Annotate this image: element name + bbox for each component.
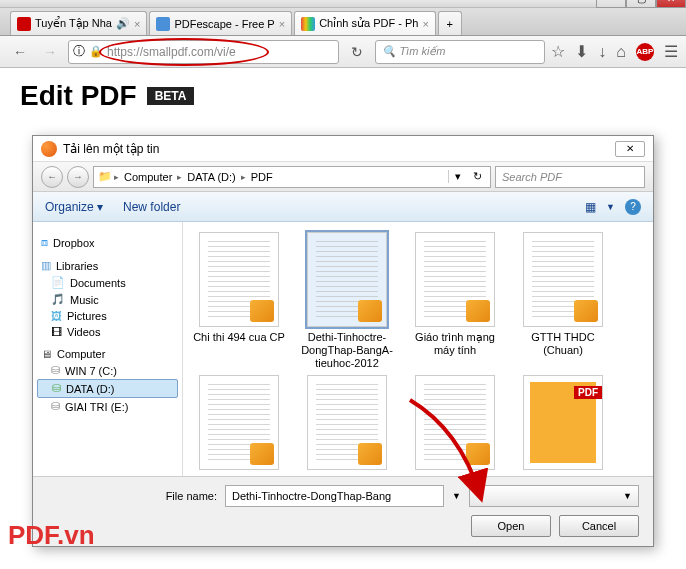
close-icon[interactable]: × <box>418 18 428 30</box>
drive-icon: ⛁ <box>51 400 60 413</box>
tab-smallpdf[interactable]: Chỉnh sửa PDF - Ph × <box>294 11 436 35</box>
dialog-footer: File name: ▼ *. ▼ Open Cancel <box>33 476 653 546</box>
chevron-down-icon: ▼ <box>623 491 632 501</box>
view-icon[interactable]: ▦ <box>585 200 596 214</box>
breadcrumb-segment[interactable]: PDF <box>248 171 276 183</box>
music-icon: 🎵 <box>51 293 65 306</box>
dialog-close-button[interactable]: ✕ <box>615 141 645 157</box>
new-folder-button[interactable]: New folder <box>123 200 180 214</box>
breadcrumb[interactable]: 📁 ▸ Computer ▸ DATA (D:) ▸ PDF ▾ ↻ <box>93 166 491 188</box>
pdf-icon <box>358 300 382 322</box>
chevron-right-icon[interactable]: ▸ <box>114 172 119 182</box>
file-item[interactable]: Dethi-Tinhoctre-DongThap-BangA-tieuhoc-2… <box>297 232 397 371</box>
youtube-icon <box>17 17 31 31</box>
abp-icon[interactable]: ABP <box>636 43 654 61</box>
window-minimize[interactable]: — <box>596 0 626 8</box>
info-icon[interactable]: ⓘ <box>73 43 85 60</box>
page-title: Edit PDF <box>20 80 137 112</box>
refresh-icon[interactable]: ↻ <box>469 170 486 183</box>
close-icon[interactable]: × <box>275 18 285 30</box>
drive-icon: ⛁ <box>52 382 61 395</box>
file-item[interactable] <box>297 375 397 474</box>
tree-drive-d[interactable]: ⛁DATA (D:) <box>37 379 178 398</box>
open-button[interactable]: Open <box>471 515 551 537</box>
file-item[interactable] <box>513 375 613 474</box>
firefox-icon <box>41 141 57 157</box>
tree-label: Computer <box>57 348 105 360</box>
file-item[interactable]: GTTH THDC (Chuan) <box>513 232 613 371</box>
download-icon[interactable]: ↓ <box>598 43 606 61</box>
tree-label: Documents <box>70 277 126 289</box>
filetype-select[interactable]: *. ▼ <box>469 485 639 507</box>
tab-strip: Tuyển Tập Nha 🔊 × PDFescape - Free P × C… <box>0 8 686 36</box>
tab-label: PDFescape - Free P <box>174 18 274 30</box>
site-icon <box>301 17 315 31</box>
tree-drive-c[interactable]: ⛁WIN 7 (C:) <box>37 362 178 379</box>
computer-icon: 🖥 <box>41 348 52 360</box>
refresh-button[interactable]: ↻ <box>345 40 369 64</box>
tree-pictures[interactable]: 🖼Pictures <box>37 308 178 324</box>
tree-label: Music <box>70 294 99 306</box>
file-grid[interactable]: Chi thi 494 cua CP Dethi-Tinhoctre-DongT… <box>183 222 653 476</box>
pdf-icon <box>358 443 382 465</box>
cancel-button[interactable]: Cancel <box>559 515 639 537</box>
help-icon[interactable]: ? <box>625 199 641 215</box>
back-button[interactable]: ← <box>8 40 32 64</box>
url-text: https://smallpdf.com/vi/e <box>107 45 236 59</box>
file-open-dialog: Tải lên một tập tin ✕ ← → 📁 ▸ Computer ▸… <box>32 135 654 547</box>
dialog-search-input[interactable]: Search PDF <box>495 166 645 188</box>
audio-icon[interactable]: 🔊 <box>116 17 130 30</box>
url-input[interactable]: ⓘ 🔒 https://smallpdf.com/vi/e <box>68 40 339 64</box>
nav-forward-button[interactable]: → <box>67 166 89 188</box>
tree-label: Pictures <box>67 310 107 322</box>
dialog-title: Tải lên một tập tin <box>63 142 159 156</box>
organize-menu[interactable]: Organize ▾ <box>45 200 103 214</box>
file-label: Dethi-Tinhoctre-DongThap-BangA-tieuhoc-2… <box>297 331 397 371</box>
pdf-icon <box>466 443 490 465</box>
nav-back-button[interactable]: ← <box>41 166 63 188</box>
tree-label: WIN 7 (C:) <box>65 365 117 377</box>
tree-label: Libraries <box>56 260 98 272</box>
dropdown-icon[interactable]: ▾ <box>448 170 467 183</box>
breadcrumb-segment[interactable]: Computer <box>121 171 175 183</box>
chevron-right-icon[interactable]: ▸ <box>177 172 182 182</box>
dialog-nav: ← → 📁 ▸ Computer ▸ DATA (D:) ▸ PDF ▾ ↻ S… <box>33 162 653 192</box>
window-close[interactable]: ✕ <box>656 0 686 8</box>
breadcrumb-segment[interactable]: DATA (D:) <box>184 171 238 183</box>
close-icon[interactable]: × <box>130 18 140 30</box>
chevron-down-icon[interactable]: ▼ <box>452 491 461 501</box>
filename-input[interactable] <box>225 485 444 507</box>
file-item[interactable]: Giáo trình mạng máy tính <box>405 232 505 371</box>
chevron-right-icon[interactable]: ▸ <box>241 172 246 182</box>
forward-button[interactable]: → <box>38 40 62 64</box>
pocket-icon[interactable]: ⬇ <box>575 42 588 61</box>
file-item[interactable] <box>189 375 289 474</box>
new-tab-button[interactable]: + <box>438 11 462 35</box>
home-icon[interactable]: ⌂ <box>616 43 626 61</box>
file-label: Chi thi 494 cua CP <box>189 331 289 344</box>
bookmark-icon[interactable]: ☆ <box>551 42 565 61</box>
search-placeholder: Tìm kiếm <box>399 45 445 58</box>
tree-computer[interactable]: 🖥 Computer <box>37 346 178 362</box>
drive-icon: ⛁ <box>51 364 60 377</box>
file-item[interactable] <box>405 375 505 474</box>
tree-documents[interactable]: 📄Documents <box>37 274 178 291</box>
dropbox-icon: ⧈ <box>41 236 48 249</box>
tree-dropbox[interactable]: ⧈ Dropbox <box>37 234 178 251</box>
tab-youtube[interactable]: Tuyển Tập Nha 🔊 × <box>10 11 147 35</box>
tree-libraries[interactable]: ▥ Libraries <box>37 257 178 274</box>
tree-drive-e[interactable]: ⛁GIAI TRI (E:) <box>37 398 178 415</box>
chevron-down-icon[interactable]: ▼ <box>606 202 615 212</box>
search-input[interactable]: 🔍 Tìm kiếm <box>375 40 545 64</box>
tree-label: Videos <box>67 326 100 338</box>
tree-music[interactable]: 🎵Music <box>37 291 178 308</box>
pdf-icon <box>250 443 274 465</box>
window-maximize[interactable]: ▢ <box>626 0 656 8</box>
menu-icon[interactable]: ☰ <box>664 42 678 61</box>
file-item[interactable]: Chi thi 494 cua CP <box>189 232 289 371</box>
tree-videos[interactable]: 🎞Videos <box>37 324 178 340</box>
tab-pdfescape[interactable]: PDFescape - Free P × <box>149 11 292 35</box>
pdf-icon <box>574 300 598 322</box>
site-icon <box>156 17 170 31</box>
tree-label: GIAI TRI (E:) <box>65 401 128 413</box>
